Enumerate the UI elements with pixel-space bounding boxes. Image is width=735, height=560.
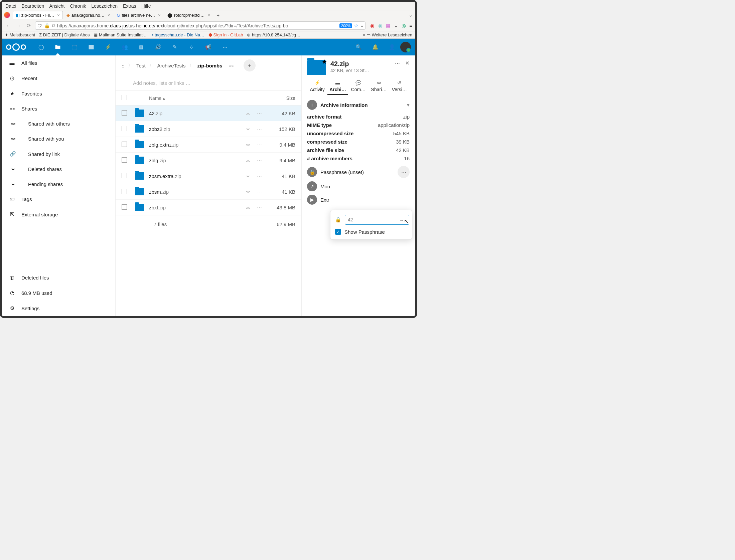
add-button[interactable]: ＋ <box>244 59 256 71</box>
row-more-icon[interactable]: ⋯ <box>257 110 262 116</box>
file-row[interactable]: 42.zip ⫘ ⋯ 42 KB <box>116 106 301 121</box>
ext-icon[interactable]: ⌄ <box>394 23 398 28</box>
file-name[interactable]: zbsm.zip <box>149 189 169 195</box>
file-row[interactable]: zblg.zip ⫘ ⋯ 9.4 MB <box>116 153 301 168</box>
sidebar-settings[interactable]: ⚙Settings <box>2 301 115 316</box>
chevron-down-icon[interactable]: ▾ <box>407 102 410 108</box>
sidebar-shared-link[interactable]: 🔗Shared by link <box>2 146 115 162</box>
extract-row[interactable]: ▶ Extr <box>307 195 410 205</box>
share-icon[interactable]: ⫘ <box>245 189 250 195</box>
row-more-icon[interactable]: ⋯ <box>257 142 262 148</box>
files-app-icon[interactable] <box>49 39 66 55</box>
row-checkbox[interactable] <box>122 110 127 116</box>
menu-chronik[interactable]: Chronik <box>70 3 86 9</box>
tab-archive[interactable]: ▬Archi… <box>327 80 348 95</box>
row-checkbox[interactable] <box>122 173 127 178</box>
row-more-icon[interactable]: ⋯ <box>257 204 262 210</box>
sidebar-tags[interactable]: 🏷Tags <box>2 192 115 207</box>
passphrase-menu-button[interactable]: ⋯ <box>398 166 410 178</box>
menu-extras[interactable]: Extras <box>123 3 136 9</box>
bookmarks-overflow[interactable]: » ▭ Weitere Lesezeichen <box>363 32 412 37</box>
tab-versions[interactable]: ↺Versi… <box>389 80 410 95</box>
show-passphrase-checkbox[interactable]: ✓ Show Passphrase <box>335 229 407 235</box>
dashboard-icon[interactable]: ◯ <box>33 39 49 55</box>
search-icon[interactable]: 🔍 <box>350 39 367 55</box>
row-checkbox[interactable] <box>122 126 127 131</box>
ext-icon[interactable]: ◉ <box>378 23 383 28</box>
reload-button[interactable]: ⟳ <box>25 22 32 29</box>
home-icon[interactable]: ⌂ <box>122 63 125 68</box>
ext-icon[interactable]: ◎ <box>402 23 406 28</box>
browser-tab-active[interactable]: ◧zip-bombs - Fil…× <box>13 11 63 19</box>
file-name[interactable]: zblg.zip <box>149 158 166 163</box>
select-all-checkbox[interactable] <box>122 95 127 100</box>
new-tab-button[interactable]: + <box>214 12 222 19</box>
reader-icon[interactable]: ≡ <box>360 23 363 28</box>
close-tab-icon[interactable]: × <box>57 13 60 18</box>
audio-icon[interactable]: 🔊 <box>150 39 166 55</box>
share-icon[interactable]: ⫘ <box>245 173 250 179</box>
tab-sharing[interactable]: ⫘Shari… <box>369 80 389 95</box>
menu-hilfe[interactable]: Hilfe <box>142 3 151 9</box>
os-menubar[interactable]: Datei Bearbeiten Ansicht Chronik Lesezei… <box>2 2 415 10</box>
file-name[interactable]: zblg.extra.zip <box>149 142 178 148</box>
sidebar-favorites[interactable]: ★Favorites <box>2 86 115 101</box>
menu-icon[interactable]: ≡ <box>409 23 412 28</box>
sidebar-deleted-shares[interactable]: ⫘Deleted shares <box>2 162 115 177</box>
row-checkbox[interactable] <box>122 157 127 163</box>
menu-datei[interactable]: Datei <box>5 3 16 9</box>
browser-tab[interactable]: ⬤rotdrop/nextcl…× <box>164 11 213 19</box>
sidebar-deleted-files[interactable]: 🗑Deleted files <box>2 270 115 285</box>
menu-ansicht[interactable]: Ansicht <box>49 3 64 9</box>
share-icon[interactable]: ⫘ <box>245 142 250 148</box>
row-checkbox[interactable] <box>122 189 127 194</box>
share-icon[interactable]: ⫘ <box>245 158 250 163</box>
breadcrumb-item[interactable]: Test <box>136 63 146 68</box>
share-breadcrumb-icon[interactable]: ⫘ <box>229 63 234 68</box>
more-apps-icon[interactable]: ⋯ <box>216 39 233 55</box>
col-size[interactable]: Size <box>265 96 295 101</box>
sidebar-shared-you[interactable]: ⫘Shared with you <box>2 131 115 146</box>
row-more-icon[interactable]: ⋯ <box>257 126 262 132</box>
file-row[interactable]: zbbz2.zip ⫘ ⋯ 152 KB <box>116 121 301 137</box>
notifications-icon[interactable]: 🔔 <box>367 39 384 55</box>
calendar-icon[interactable]: ▦ <box>133 39 150 55</box>
bookmark-item[interactable]: Z DIE ZEIT | Digitale Abos <box>39 32 90 37</box>
notes-placeholder[interactable]: Add notes, lists or links … <box>116 75 301 91</box>
tab-comments[interactable]: 💬Com… <box>348 80 369 95</box>
menu-lesezeichen[interactable]: Lesezeichen <box>91 3 118 9</box>
submit-arrow-icon[interactable]: → <box>399 217 404 223</box>
announce-icon[interactable]: 📢 <box>200 39 216 55</box>
sidebar-external[interactable]: ⇱External storage <box>2 207 115 222</box>
share-icon[interactable]: ⫘ <box>245 111 250 116</box>
file-row[interactable]: zbxl.zip ⫘ ⋯ 43.8 MB <box>116 200 301 215</box>
close-details-icon[interactable]: ✕ <box>405 60 410 66</box>
checkbox-checked-icon[interactable]: ✓ <box>335 229 341 235</box>
back-button[interactable]: ← <box>5 22 12 29</box>
bookmark-star-icon[interactable]: ☆ <box>354 23 358 28</box>
col-name[interactable]: Name ▴ <box>149 96 165 101</box>
bookmark-item[interactable]: ⬢ Sign in · GitLab <box>208 32 243 37</box>
row-checkbox[interactable] <box>122 142 127 147</box>
file-row[interactable]: zbsm.zip ⫘ ⋯ 41 KB <box>116 184 301 200</box>
file-name[interactable]: zbbz2.zip <box>149 126 170 132</box>
contacts-menu-icon[interactable]: 👤 <box>384 39 400 55</box>
browser-tab[interactable]: Gfiles archive ne…× <box>114 11 163 19</box>
lock-icon[interactable]: 🔒 <box>44 23 50 28</box>
url-input[interactable]: 🛡 🔒 ⧉ https://anaxagoras.home.claus-just… <box>35 21 365 30</box>
nextcloud-logo[interactable] <box>6 43 26 51</box>
browser-tab[interactable]: ◆anaxagoras.ho…× <box>63 11 113 19</box>
photos-icon[interactable] <box>83 39 100 55</box>
app-icon[interactable]: ⬚ <box>66 39 83 55</box>
shield-icon[interactable]: 🛡 <box>37 23 42 28</box>
sidebar-shares[interactable]: ⫘Shares <box>2 101 115 116</box>
more-actions-icon[interactable]: ⋯ <box>395 60 400 66</box>
tabs-dropdown-icon[interactable]: ⌄ <box>409 12 413 18</box>
sidebar-pending-shares[interactable]: ⫘Pending shares <box>2 177 115 192</box>
notes-icon[interactable]: ✎ <box>166 39 183 55</box>
tab-activity[interactable]: ⚡Activity <box>307 80 327 95</box>
permission-icon[interactable]: ⧉ <box>52 23 55 28</box>
ext-icon[interactable]: ◉ <box>370 23 375 28</box>
bookmark-item[interactable]: ✦ Meistbesucht <box>5 32 35 37</box>
share-icon[interactable]: ⫘ <box>245 126 250 132</box>
